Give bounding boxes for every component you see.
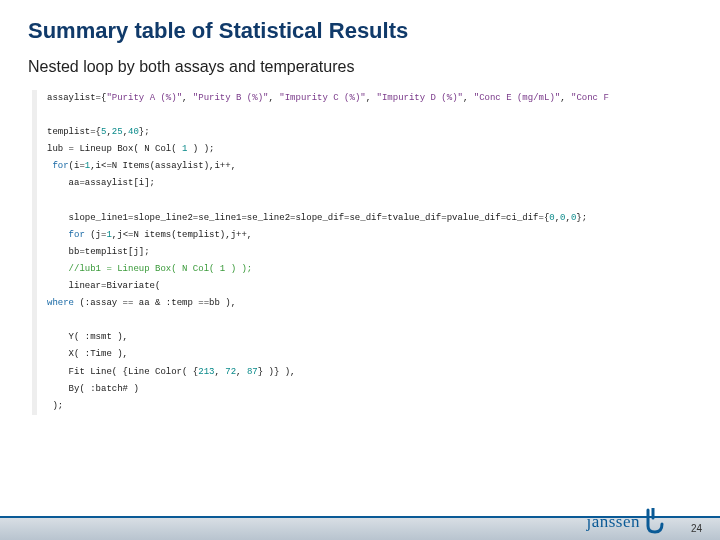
code-text: aa=assaylist[i]; xyxy=(47,178,155,188)
code-text: } )} ), xyxy=(258,367,296,377)
code-text: Fit Line( {Line Color( { xyxy=(47,367,198,377)
code-text: bb=templist[j]; xyxy=(47,247,150,257)
logo-text: janssen xyxy=(586,512,640,532)
logo-mark-icon xyxy=(644,508,666,536)
code-text: Y( :msmt ), xyxy=(47,332,128,342)
code-text: templist={ xyxy=(47,127,101,137)
footer: janssen 24 xyxy=(0,496,720,540)
code-text: X( :Time ), xyxy=(47,349,128,359)
code-text: ); xyxy=(47,401,63,411)
code-keyword: where xyxy=(47,298,74,308)
code-text: , xyxy=(182,93,193,103)
code-text: assaylist={ xyxy=(47,93,106,103)
code-text: , xyxy=(463,93,474,103)
code-text: (j= xyxy=(85,230,107,240)
code-text: ,i<=N Items(assaylist),i++, xyxy=(90,161,236,171)
code-text: (i= xyxy=(69,161,85,171)
code-text: }; xyxy=(576,213,587,223)
code-text: , xyxy=(214,367,225,377)
code-string: "Impurity D (%)" xyxy=(377,93,463,103)
code-block: assaylist={"Purity A (%)", "Purity B (%)… xyxy=(32,90,692,415)
code-string: "Conc F xyxy=(571,93,609,103)
janssen-logo: janssen xyxy=(586,508,666,536)
code-text: slope_line1=slope_line2=se_line1=se_line… xyxy=(47,213,549,223)
code-text: , xyxy=(366,93,377,103)
code-text: linear=Bivariate( xyxy=(47,281,160,291)
code-number: 213 xyxy=(198,367,214,377)
code-keyword: for xyxy=(47,230,85,240)
code-text: (:assay == aa & :temp ==bb ), xyxy=(74,298,236,308)
code-comment: //lub1 = Lineup Box( N Col( 1 ) ); xyxy=(47,264,252,274)
code-text: , xyxy=(236,367,247,377)
code-string: "Purity B (%)" xyxy=(193,93,269,103)
page-number: 24 xyxy=(691,523,702,534)
code-text: By( :batch# ) xyxy=(47,384,139,394)
code-text: , xyxy=(560,93,571,103)
code-number: 87 xyxy=(247,367,258,377)
code-text: ) ); xyxy=(187,144,214,154)
slide-title: Summary table of Statistical Results xyxy=(0,0,720,54)
code-text: , xyxy=(268,93,279,103)
code-text: lub = Lineup Box( N Col( xyxy=(47,144,182,154)
code-number: 72 xyxy=(225,367,236,377)
code-number: 25 xyxy=(112,127,123,137)
code-text: ,j<=N items(templist),j++, xyxy=(112,230,252,240)
code-string: "Conc E (mg/mL)" xyxy=(474,93,560,103)
code-string: "Purity A (%)" xyxy=(106,93,182,103)
code-text: }; xyxy=(139,127,150,137)
code-number: 40 xyxy=(128,127,139,137)
slide-subtitle: Nested loop by both assays and temperatu… xyxy=(0,54,720,90)
code-keyword: for xyxy=(52,161,68,171)
code-string: "Impurity C (%)" xyxy=(279,93,365,103)
